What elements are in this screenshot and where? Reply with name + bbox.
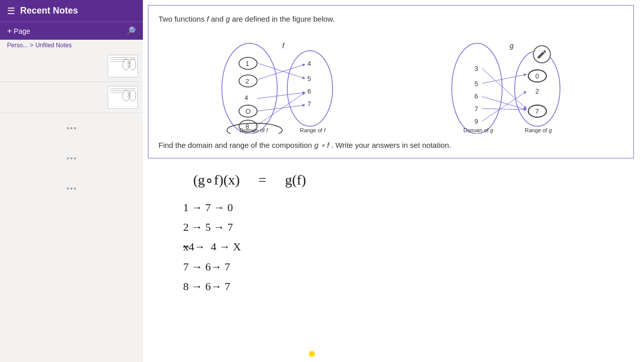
add-page-bar: + Page 🔎 <box>0 22 143 40</box>
diagrams-row: f 1 2 4 O 8 4 5 6 7 <box>158 33 623 136</box>
svg-text:5: 5 <box>474 80 478 87</box>
svg-point-1 <box>129 59 136 70</box>
loading-item-5 <box>0 173 143 204</box>
question-intro: Two functions f and g are defined in the… <box>158 14 623 25</box>
formula-equals: = <box>259 172 270 188</box>
search-icon: 🔎 <box>126 27 136 35</box>
main-content: Two functions f and g are defined in the… <box>143 0 644 362</box>
svg-text:6: 6 <box>474 93 478 100</box>
svg-text:4: 4 <box>245 94 248 102</box>
svg-line-48 <box>482 97 526 110</box>
svg-line-49 <box>482 109 526 110</box>
svg-line-46 <box>482 68 526 109</box>
find-question-text: Find the domain and range of the composi… <box>158 141 623 150</box>
note-item-2[interactable] <box>0 82 143 113</box>
loading-spinner-3 <box>67 127 76 129</box>
mapping-1: 1 → 7 → 0 <box>183 198 634 217</box>
svg-text:2: 2 <box>535 87 539 95</box>
note-thumbnail-2 <box>108 86 138 109</box>
function-f-svg: f 1 2 4 O 8 4 5 6 7 <box>217 33 338 134</box>
breadcrumb-unfiled[interactable]: Unfiled Notes <box>35 42 71 49</box>
breadcrumb-separator: > <box>30 42 33 49</box>
svg-line-26 <box>258 64 305 79</box>
breadcrumb-perso[interactable]: Perso... <box>7 42 28 49</box>
mapping-lines: 1 → 7 → 0 2 → 5 → 7 x4→ 4 → X 7 → 6→ 7 8… <box>153 198 634 296</box>
loading-spinner-4 <box>67 157 76 159</box>
svg-line-28 <box>257 105 305 111</box>
svg-point-0 <box>123 59 129 70</box>
hamburger-icon[interactable]: ☰ <box>7 6 15 17</box>
loading-item-3 <box>0 113 143 143</box>
sidebar-header: ☰ Recent Notes <box>0 0 143 22</box>
svg-text:O: O <box>246 108 251 115</box>
mapping-5: 8 → 6→ 7 <box>183 277 634 296</box>
add-page-label: Page <box>14 27 30 35</box>
work-area: (g∘f)(x) = g(f) 1 → 7 → 0 2 → 5 → 7 x4→ … <box>143 166 644 307</box>
svg-text:g: g <box>510 42 514 50</box>
composition-formula: (g∘f)(x) = g(f) <box>153 171 634 188</box>
add-page-button[interactable]: + Page <box>7 27 30 36</box>
pen-icon <box>536 49 547 60</box>
mapping-2: 2 → 5 → 7 <box>183 218 634 236</box>
function-f-diagram: f 1 2 4 O 8 4 5 6 7 <box>217 33 338 136</box>
svg-text:Range of f: Range of f <box>300 127 326 133</box>
note-item-1[interactable] <box>0 51 143 82</box>
mapping-3: x4→ 4 → X <box>183 237 634 256</box>
svg-text:9: 9 <box>474 118 478 125</box>
svg-line-50 <box>482 92 526 121</box>
notes-list <box>0 51 143 362</box>
svg-text:Range of g: Range of g <box>525 127 552 133</box>
svg-text:7: 7 <box>535 108 539 115</box>
svg-text:7: 7 <box>307 100 311 108</box>
search-button[interactable]: 🔎 <box>126 26 136 36</box>
svg-text:5: 5 <box>307 75 311 82</box>
question-box: Two functions f and g are defined in the… <box>148 5 634 158</box>
svg-line-47 <box>482 74 526 83</box>
svg-text:1: 1 <box>246 60 249 67</box>
pen-cursor-tool[interactable] <box>533 45 551 63</box>
svg-text:3: 3 <box>474 65 478 72</box>
svg-text:6: 6 <box>307 87 311 95</box>
formula-right: g(f) <box>285 172 306 188</box>
recent-notes-title: Recent Notes <box>20 6 78 16</box>
breadcrumb-bar: Perso... > Unfiled Notes <box>0 40 143 51</box>
svg-text:0: 0 <box>535 72 539 80</box>
svg-text:2: 2 <box>246 77 249 85</box>
loading-spinner-5 <box>67 188 76 190</box>
svg-text:Domain of f: Domain of f <box>239 127 268 133</box>
plus-icon: + <box>7 27 12 36</box>
formula-left: (g∘f)(x) <box>193 172 240 188</box>
mapping-4: 7 → 6→ 7 <box>183 257 634 276</box>
sidebar: ☰ Recent Notes + Page 🔎 Perso... > Unfil… <box>0 0 143 362</box>
svg-text:f: f <box>282 42 285 50</box>
svg-text:4: 4 <box>307 60 311 67</box>
svg-line-25 <box>258 63 305 78</box>
note-thumbnail-1 <box>108 55 138 77</box>
svg-point-6 <box>129 90 136 101</box>
loading-item-4 <box>0 143 143 173</box>
yellow-dot-indicator <box>309 351 315 357</box>
svg-text:7: 7 <box>474 105 478 113</box>
svg-text:Domain of g: Domain of g <box>463 127 494 133</box>
